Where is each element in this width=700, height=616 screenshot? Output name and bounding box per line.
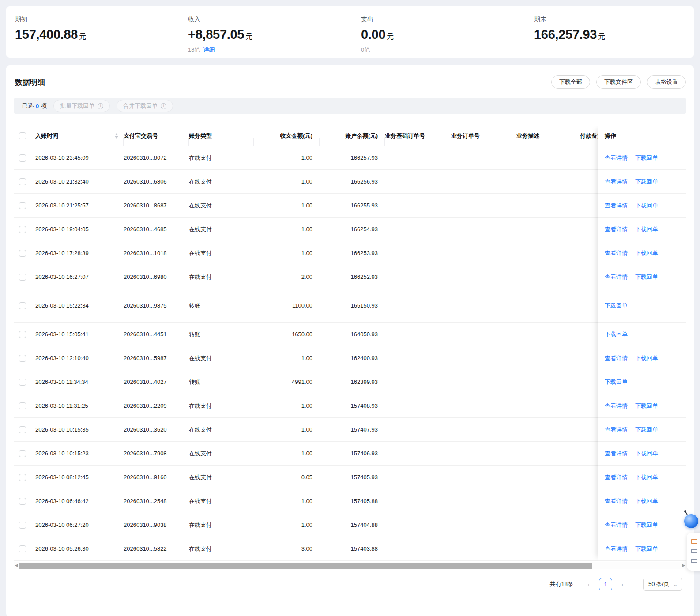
row-checkbox[interactable] (19, 331, 26, 338)
view-details-link[interactable]: 查看详情 (605, 154, 628, 162)
view-details-link[interactable]: 查看详情 (605, 202, 628, 210)
page-number-button[interactable]: 1 (599, 578, 612, 590)
download-receipt-link[interactable]: 下载回单 (635, 154, 658, 162)
download-receipt-link[interactable]: 下载回单 (635, 473, 658, 481)
assistant-menu-item-icon[interactable] (691, 549, 697, 554)
cell-entry-time: 2026-03-10 17:28:39 (35, 250, 124, 256)
prev-page-icon[interactable]: ‹ (584, 581, 594, 588)
row-checkbox[interactable] (19, 226, 26, 233)
download-receipt-link[interactable]: 下载回单 (605, 302, 628, 310)
view-details-link[interactable]: 查看详情 (605, 178, 628, 186)
cell-biz-type: 转账 (189, 302, 254, 310)
batch-download-button[interactable]: 批量下载回单 i (53, 100, 110, 112)
view-details-link[interactable]: 查看详情 (605, 545, 628, 553)
download-receipt-link[interactable]: 下载回单 (635, 354, 658, 362)
cell-balance: 162400.93 (320, 355, 385, 361)
row-checkbox[interactable] (19, 302, 26, 309)
cell-balance: 166253.93 (320, 250, 385, 256)
row-checkbox[interactable] (19, 402, 26, 409)
assistant-menu-item-icon[interactable] (691, 559, 697, 564)
assistant-menu-item-icon[interactable] (691, 539, 697, 545)
download-receipt-link[interactable]: 下载回单 (635, 545, 658, 553)
view-details-link[interactable]: 查看详情 (605, 225, 628, 233)
table-settings-button[interactable]: 表格设置 (647, 75, 686, 89)
row-checkbox-cell (14, 274, 35, 281)
download-receipt-link[interactable]: 下载回单 (635, 426, 658, 434)
row-checkbox[interactable] (19, 498, 26, 505)
horizontal-scrollbar[interactable]: ◀ ▶ (14, 562, 686, 569)
cell-biz-type: 在线支付 (189, 249, 254, 257)
download-receipt-link[interactable]: 下载回单 (635, 450, 658, 458)
download-receipt-link[interactable]: 下载回单 (605, 378, 628, 386)
info-icon: i (161, 103, 166, 109)
row-actions-cell: 查看详情下载回单 (598, 218, 686, 241)
row-checkbox[interactable] (19, 474, 26, 481)
cell-txn-id: 20260310...1018 (124, 250, 189, 256)
download-receipt-link[interactable]: 下载回单 (635, 202, 658, 210)
row-checkbox[interactable] (19, 154, 26, 162)
expense-count: 0笔 (361, 46, 370, 53)
view-details-link[interactable]: 查看详情 (605, 273, 628, 281)
cell-entry-time: 2026-03-10 11:34:34 (35, 379, 124, 385)
sort-icon[interactable] (115, 133, 118, 139)
row-checkbox-cell (14, 545, 35, 552)
view-details-link[interactable]: 查看详情 (605, 521, 628, 529)
scrollbar-thumb[interactable] (19, 563, 592, 569)
assistant-floating-icon[interactable] (684, 514, 698, 528)
view-details-link[interactable]: 查看详情 (605, 249, 628, 257)
download-all-button[interactable]: 下载全部 (551, 75, 590, 89)
scrollbar-right-arrow-icon[interactable]: ▶ (681, 562, 686, 569)
column-header-time[interactable]: 入账时间 (35, 132, 124, 140)
summary-opening-label: 期初 (15, 15, 175, 23)
merge-download-button[interactable]: 合并下载回单 i (117, 100, 173, 112)
selection-suffix: 项 (41, 102, 47, 110)
download-receipt-link[interactable]: 下载回单 (635, 225, 658, 233)
scrollbar-left-arrow-icon[interactable]: ◀ (14, 562, 19, 569)
row-checkbox[interactable] (19, 450, 26, 457)
view-details-link[interactable]: 查看详情 (605, 497, 628, 505)
row-checkbox[interactable] (19, 250, 26, 257)
download-receipt-link[interactable]: 下载回单 (635, 497, 658, 505)
row-checkbox-cell (14, 178, 35, 185)
toolbar: 下载全部 下载文件区 表格设置 (551, 75, 686, 89)
select-all-checkbox[interactable] (19, 132, 26, 139)
row-checkbox-cell (14, 450, 35, 457)
cell-biz-type: 在线支付 (189, 354, 254, 362)
download-receipt-link[interactable]: 下载回单 (605, 331, 628, 338)
income-detail-link[interactable]: 详细 (203, 46, 215, 53)
row-actions-cell: 查看详情下载回单 (598, 194, 686, 218)
table-body: 2026-03-10 23:45:0920260310...8072在线支付1.… (14, 146, 667, 561)
row-actions-cell: 查看详情下载回单 (598, 346, 686, 370)
view-details-link[interactable]: 查看详情 (605, 426, 628, 434)
row-checkbox[interactable] (19, 274, 26, 281)
cell-entry-time: 2026-03-10 12:10:40 (35, 355, 124, 361)
assistant-floating-menu[interactable] (687, 533, 700, 571)
next-page-icon[interactable]: › (617, 581, 627, 588)
page-title: 数据明细 (15, 77, 45, 87)
closing-unit: 元 (598, 33, 605, 40)
row-checkbox[interactable] (19, 426, 26, 433)
download-receipt-link[interactable]: 下载回单 (635, 249, 658, 257)
download-zone-button[interactable]: 下载文件区 (596, 75, 641, 89)
view-details-link[interactable]: 查看详情 (605, 450, 628, 458)
row-checkbox[interactable] (19, 178, 26, 185)
download-receipt-link[interactable]: 下载回单 (635, 521, 658, 529)
download-receipt-link[interactable]: 下载回单 (635, 178, 658, 186)
row-checkbox[interactable] (19, 522, 26, 529)
row-checkbox[interactable] (19, 355, 26, 362)
cell-biz-type: 在线支付 (189, 426, 254, 434)
merge-download-label: 合并下载回单 (123, 102, 158, 110)
row-actions-cell: 查看详情下载回单 (598, 418, 686, 442)
row-checkbox[interactable] (19, 545, 26, 552)
income-unit: 元 (245, 33, 252, 40)
download-receipt-link[interactable]: 下载回单 (635, 273, 658, 281)
row-checkbox[interactable] (19, 202, 26, 209)
row-checkbox[interactable] (19, 379, 26, 386)
cell-balance: 157408.93 (320, 402, 385, 409)
view-details-link[interactable]: 查看详情 (605, 473, 628, 481)
view-details-link[interactable]: 查看详情 (605, 354, 628, 362)
download-receipt-link[interactable]: 下载回单 (635, 402, 658, 410)
page-size-select[interactable]: 50 条/页 ⌄ (643, 578, 682, 591)
view-details-link[interactable]: 查看详情 (605, 402, 628, 410)
summary-closing-value: 166,257.93元 (534, 27, 694, 42)
